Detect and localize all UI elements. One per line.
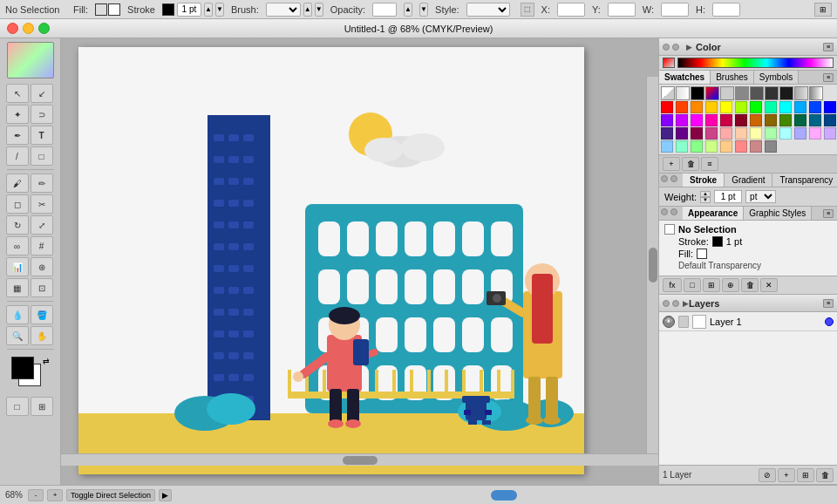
stroke-up-btn[interactable]: ▲ [204, 3, 213, 17]
rotate-tool[interactable]: ↻ [6, 215, 29, 235]
new-swatch-btn[interactable]: + [663, 157, 680, 171]
color-panel-close[interactable] [663, 44, 670, 51]
line-tool[interactable]: / [6, 146, 29, 166]
darker-swatch[interactable] [765, 86, 779, 100]
w-input[interactable]: 0 mm [661, 3, 689, 17]
stroke-panel-close[interactable] [661, 175, 668, 182]
swatch-0[interactable] [661, 101, 673, 113]
add-fill-btn[interactable]: □ [684, 278, 701, 292]
layer-1-visibility[interactable]: 👁 [663, 316, 675, 328]
weight-down-btn[interactable]: ▼ [700, 197, 711, 203]
near-black-swatch[interactable] [779, 86, 793, 100]
swatch-5[interactable] [735, 101, 747, 113]
swatch-43[interactable] [765, 140, 777, 153]
swatch-39[interactable] [705, 140, 718, 153]
swatch-3[interactable] [705, 101, 718, 113]
canvas-area[interactable] [61, 38, 658, 485]
transparency-tab[interactable]: Transparency [772, 174, 837, 187]
new-layer-btn[interactable]: + [778, 468, 795, 482]
color-panel-menu-btn[interactable]: ≡ [823, 43, 834, 51]
opacity-up-btn[interactable]: ▲ [404, 3, 412, 17]
opacity-input[interactable]: 100 [372, 3, 397, 17]
color-panel-min[interactable] [672, 44, 679, 51]
layer-1-lock[interactable] [678, 316, 689, 328]
swap-colors-btn[interactable]: ⇄ [43, 357, 50, 365]
close-button[interactable] [7, 23, 18, 34]
magic-wand-tool[interactable]: ✦ [6, 105, 29, 124]
stroke-down-btn[interactable]: ▼ [215, 3, 224, 17]
swatch-10[interactable] [809, 101, 821, 113]
paintbrush-tool[interactable]: 🖌 [6, 174, 29, 193]
swatch-38[interactable] [691, 140, 703, 153]
pen-tool[interactable]: ✒ [6, 126, 29, 145]
graph-tool[interactable]: 📊 [6, 257, 29, 276]
color-indicator[interactable] [663, 58, 675, 68]
swatch-1[interactable] [676, 101, 688, 113]
selection-tool[interactable]: ↖ [6, 84, 29, 103]
foreground-color-swatch[interactable] [11, 357, 34, 379]
selection-checkbox[interactable] [664, 224, 675, 235]
swatch-18[interactable] [750, 114, 762, 126]
transform-icon[interactable]: ⬚ [521, 3, 534, 17]
stroke-prop-swatch[interactable] [712, 236, 723, 247]
vertical-scrollbar-thumb[interactable] [649, 248, 657, 283]
opacity-down-btn[interactable]: ▼ [419, 3, 428, 17]
type-tool[interactable]: T [31, 126, 53, 145]
stroke-color-box[interactable] [95, 3, 107, 16]
stroke-swatch-box[interactable] [162, 3, 174, 16]
pencil-tool[interactable]: ✏ [31, 174, 53, 193]
delete-item-btn[interactable]: 🗑 [741, 278, 759, 292]
appearance-panel-close[interactable] [661, 208, 668, 215]
swatch-33[interactable] [794, 127, 806, 140]
reg-swatch[interactable] [705, 86, 719, 100]
swatch-22[interactable] [809, 114, 821, 126]
black-swatch[interactable] [691, 86, 704, 100]
dark-swatch[interactable] [750, 86, 764, 100]
eraser-tool[interactable]: ◻ [6, 194, 29, 214]
swatch-14[interactable] [691, 114, 703, 126]
white-swatch[interactable] [676, 86, 690, 100]
delete-layer-btn[interactable]: 🗑 [816, 468, 834, 482]
swatch-16[interactable] [720, 114, 732, 126]
swatch-20[interactable] [779, 114, 792, 126]
stroke-panel-min[interactable] [670, 175, 677, 182]
scissors-tool[interactable]: ✂ [31, 194, 53, 214]
brush-up-btn[interactable]: ▲ [303, 3, 312, 17]
swatch-8[interactable] [779, 101, 792, 113]
layers-panel-min[interactable] [672, 300, 679, 307]
h-input[interactable]: 0 mm [712, 3, 740, 17]
stroke-weight-input[interactable] [177, 3, 201, 17]
add-stroke-btn[interactable]: ⊞ [703, 278, 720, 292]
zoom-out-btn[interactable]: - [28, 489, 44, 501]
weight-unit-select[interactable]: pt px mm [745, 190, 776, 203]
blend-tool[interactable]: ∞ [6, 236, 29, 255]
swatch-2[interactable] [691, 101, 703, 113]
stroke-tab[interactable]: Stroke [683, 174, 725, 187]
color-spectrum-bar[interactable] [677, 58, 834, 68]
swatches-menu-btn[interactable]: ≡ [823, 73, 834, 82]
make-mask-btn[interactable]: ⊘ [759, 468, 776, 482]
swatch-24[interactable] [661, 127, 673, 140]
clear-appearance-btn[interactable]: ✕ [760, 278, 778, 292]
none-swatch[interactable] [661, 86, 675, 100]
weight-up-btn[interactable]: ▲ [700, 191, 711, 197]
swatch-36[interactable] [661, 140, 673, 153]
view-indicator[interactable] [491, 490, 517, 501]
toggle-direct-selection-btn[interactable]: Toggle Direct Selection [66, 489, 155, 501]
gray-swatch[interactable] [735, 86, 749, 100]
swatch-29[interactable] [735, 127, 747, 140]
column-chart-tool[interactable]: ▦ [6, 278, 29, 297]
swatch-17[interactable] [735, 114, 747, 126]
scale-tool[interactable]: ⤢ [31, 215, 53, 235]
swatch-40[interactable] [720, 140, 732, 153]
shape-tool[interactable]: □ [31, 146, 53, 166]
swatch-4[interactable] [720, 101, 732, 113]
add-effect-btn[interactable]: fx [663, 278, 682, 292]
vertical-scrollbar[interactable] [646, 77, 658, 453]
swatches-tab[interactable]: Swatches [659, 71, 711, 84]
swatch-11[interactable] [824, 101, 836, 113]
delete-swatch-btn[interactable]: 🗑 [682, 157, 699, 171]
swatch-12[interactable] [661, 114, 673, 126]
maximize-button[interactable] [38, 23, 50, 34]
swatch-34[interactable] [809, 127, 821, 140]
